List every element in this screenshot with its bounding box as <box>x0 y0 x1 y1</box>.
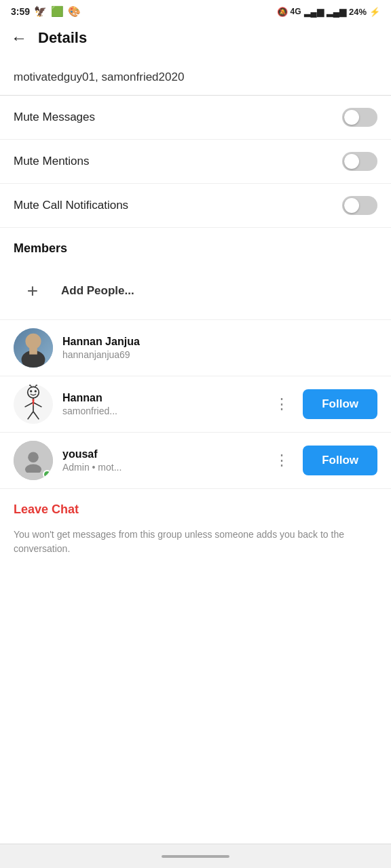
header: ← Details <box>0 22 391 57</box>
signal-bars-2: ▂▄▆ <box>327 7 346 17</box>
three-dots-menu[interactable]: ⋮ <box>269 449 295 472</box>
mute-row-2: Mute Call Notifications <box>0 184 391 228</box>
follow-button[interactable]: Follow <box>303 446 377 475</box>
member-info: Hannan samonfried... <box>62 392 269 416</box>
svg-point-4 <box>30 390 32 392</box>
svg-line-13 <box>28 412 33 420</box>
status-icon-2: 🟩 <box>51 5 64 18</box>
battery-text: 24% <box>349 7 367 17</box>
members-list: Hannan Janjua hannanjanjua69 <box>0 320 391 489</box>
member-username: samonfried... <box>62 406 269 416</box>
member-info: Hannan Janjua hannanjanjua69 <box>62 336 377 360</box>
back-button[interactable]: ← <box>11 28 27 47</box>
member-username: hannanjanjua69 <box>62 349 377 360</box>
mute-row-1: Mute Mentions <box>0 140 391 184</box>
add-people-row[interactable]: + Add People... <box>0 262 391 320</box>
svg-line-12 <box>33 403 41 408</box>
status-left: 3:59 🦅 🟩 🎨 <box>11 5 81 18</box>
svg-marker-15 <box>32 399 34 406</box>
member-name: yousaf <box>62 448 269 460</box>
mute-toggle-2[interactable] <box>342 196 377 215</box>
bell-icon: 🔕 <box>277 7 288 17</box>
mute-settings: Mute Messages Mute Mentions Mute Call No… <box>0 96 391 228</box>
member-username: Admin • mot... <box>62 462 269 473</box>
mute-toggle-1[interactable] <box>342 152 377 171</box>
member-name: Hannan Janjua <box>62 336 377 348</box>
avatar <box>14 328 53 368</box>
signal-bars-1: ▂▄▆ <box>304 7 324 17</box>
member-row: Hannan samonfried... ⋮ Follow <box>0 376 391 433</box>
members-section-title: Members <box>0 228 391 262</box>
status-icon-3: 🎨 <box>68 5 81 18</box>
bottom-indicator <box>162 855 229 858</box>
signal-4g: 4G <box>291 7 301 16</box>
battery-icon: ⚡ <box>369 7 380 17</box>
mute-label-1: Mute Mentions <box>14 155 90 168</box>
svg-line-14 <box>33 412 39 420</box>
bottom-nav-bar <box>0 844 391 868</box>
mute-toggle-0[interactable] <box>342 108 377 127</box>
svg-point-5 <box>35 390 37 392</box>
mute-label-0: Mute Messages <box>14 111 95 124</box>
status-bar: 3:59 🦅 🟩 🎨 🔕 4G ▂▄▆ ▂▄▆ 24% ⚡ <box>0 0 391 22</box>
svg-point-0 <box>25 334 41 349</box>
follow-button[interactable]: Follow <box>303 389 377 419</box>
add-people-label: Add People... <box>61 284 134 298</box>
status-icon-1: 🦅 <box>34 5 47 18</box>
page-title: Details <box>38 29 87 47</box>
status-time: 3:59 <box>11 6 30 17</box>
leave-chat-button[interactable]: Leave Chat <box>0 489 391 522</box>
member-name: Hannan <box>62 392 269 404</box>
leave-chat-description: You won't get messages from this group u… <box>0 522 391 576</box>
member-info: yousaf Admin • mot... <box>62 448 269 473</box>
status-right: 🔕 4G ▂▄▆ ▂▄▆ 24% ⚡ <box>277 7 380 17</box>
group-name: motivatedguy01, samonfried2020 <box>0 57 391 96</box>
svg-point-17 <box>25 464 41 473</box>
member-row: Hannan Janjua hannanjanjua69 <box>0 320 391 376</box>
svg-point-16 <box>28 452 39 462</box>
three-dots-menu[interactable]: ⋮ <box>269 393 295 416</box>
member-row: yousaf Admin • mot... ⋮ Follow <box>0 433 391 489</box>
avatar <box>14 384 53 424</box>
svg-point-3 <box>28 387 39 398</box>
svg-line-11 <box>25 403 33 408</box>
mute-label-2: Mute Call Notifications <box>14 199 128 212</box>
add-people-icon: + <box>14 272 52 310</box>
avatar <box>14 441 53 480</box>
mute-row-0: Mute Messages <box>0 96 391 140</box>
svg-rect-2 <box>29 348 37 355</box>
